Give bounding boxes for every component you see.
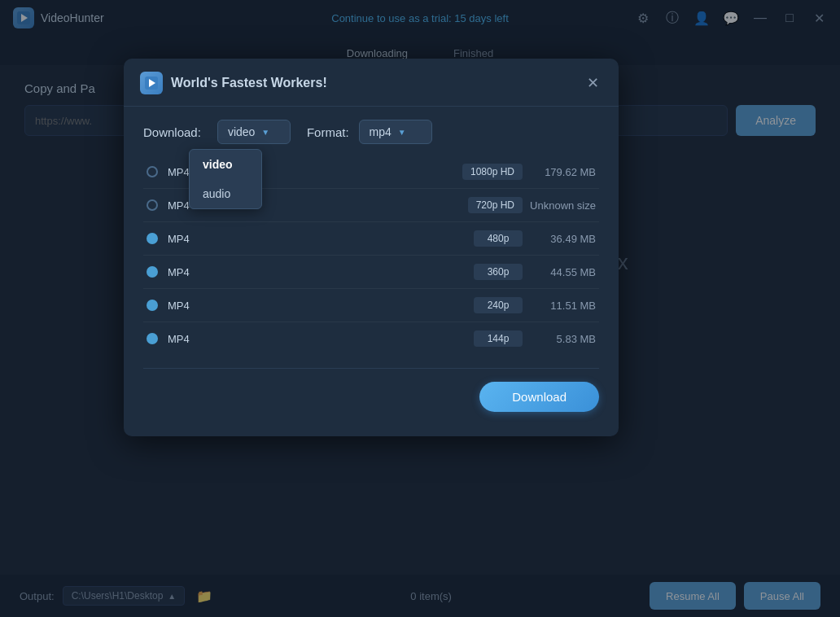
badge-240p: 240p [474,297,523,313]
download-type-menu: video audio [189,149,262,209]
modal-close-button[interactable]: ✕ [583,73,602,93]
badge-480p: 480p [474,230,523,247]
download-option-video[interactable]: video [190,150,261,179]
modal-header: World's Fastest Workers! ✕ [124,59,619,107]
download-type-dropdown[interactable]: video ▼ [217,120,291,144]
controls-row: Download: video ▼ video audio Format: mp… [124,107,619,144]
radio-720p[interactable] [147,199,158,211]
size-720p: Unknown size [523,199,596,212]
format-dropdown[interactable]: mp4 ▼ [359,120,432,144]
download-button[interactable]: Download [479,382,599,412]
size-240p: 11.51 MB [523,300,596,312]
format-tag-4: MP4 [168,300,203,312]
quality-row-3[interactable]: MP4 360p 44.55 MB [143,256,599,289]
format-label: Format: [307,125,349,139]
radio-240p[interactable] [147,300,158,311]
download-label: Download: [143,125,201,139]
quality-row-4[interactable]: MP4 240p 11.51 MB [143,289,599,322]
radio-480p[interactable] [147,233,158,244]
modal-title: World's Fastest Workers! [171,76,575,90]
modal-logo-icon [140,72,163,94]
format-dropdown-arrow-icon: ▼ [398,128,406,137]
badge-1080p: 1080p HD [462,164,523,180]
download-option-audio[interactable]: audio [190,179,261,208]
format-tag-5: MP4 [168,333,203,345]
badge-144p: 144p [474,330,523,347]
format-tag-2: MP4 [168,233,203,245]
modal-dialog: World's Fastest Workers! ✕ Download: vid… [124,59,619,436]
download-dropdown-arrow-icon: ▼ [261,128,269,137]
size-480p: 36.49 MB [523,233,596,245]
badge-360p: 360p [474,264,523,280]
quality-row-2[interactable]: MP4 480p 36.49 MB [143,222,599,256]
download-btn-row: Download [124,369,619,412]
size-144p: 5.83 MB [523,333,596,345]
badge-720p: 720p HD [468,197,523,213]
radio-1080p[interactable] [147,166,158,177]
size-360p: 44.55 MB [523,266,596,278]
size-1080p: 179.62 MB [523,166,596,178]
format-section: Format: mp4 ▼ [307,120,432,144]
quality-row-5[interactable]: MP4 144p 5.83 MB [143,322,599,355]
format-tag-3: MP4 [168,266,203,278]
radio-144p[interactable] [147,333,158,344]
radio-360p[interactable] [147,266,158,278]
